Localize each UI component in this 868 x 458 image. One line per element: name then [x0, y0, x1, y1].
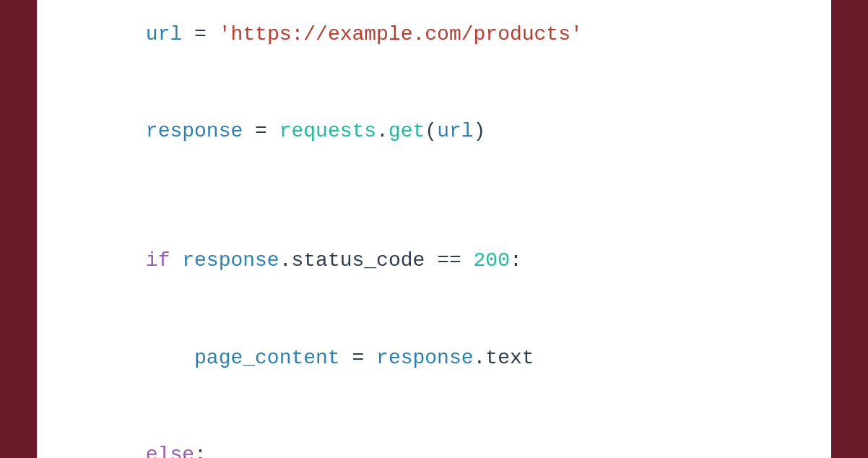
- blank-line-2: [73, 181, 795, 213]
- module-requests-call: requests: [279, 120, 376, 142]
- var-response-status: response: [182, 249, 279, 272]
- keyword-if: if: [146, 249, 170, 272]
- code-line-6: if response.status_code == 200:: [73, 213, 795, 310]
- var-response-text: response: [376, 347, 473, 369]
- var-page-content: page_content: [194, 347, 340, 369]
- keyword-else: else: [146, 444, 194, 458]
- var-url: url: [146, 23, 182, 46]
- var-response: response: [146, 120, 243, 142]
- code-line-7: page_content = response.text: [73, 310, 795, 407]
- code-line-3: url = 'https://example.com/products': [73, 0, 795, 83]
- attr-status-code: status_code: [291, 249, 425, 272]
- number-200: 200: [474, 249, 510, 272]
- arg-url: url: [437, 120, 473, 142]
- code-line-4: response = requests.get(url): [73, 83, 795, 180]
- code-card: import requests url = 'https://example.c…: [37, 0, 831, 458]
- string-url-value: 'https://example.com/products': [219, 23, 583, 46]
- method-get: get: [389, 120, 425, 142]
- code-line-8: else:: [73, 407, 795, 458]
- code-block: import requests url = 'https://example.c…: [73, 0, 795, 458]
- attr-text: text: [485, 347, 534, 369]
- indent: [146, 342, 194, 375]
